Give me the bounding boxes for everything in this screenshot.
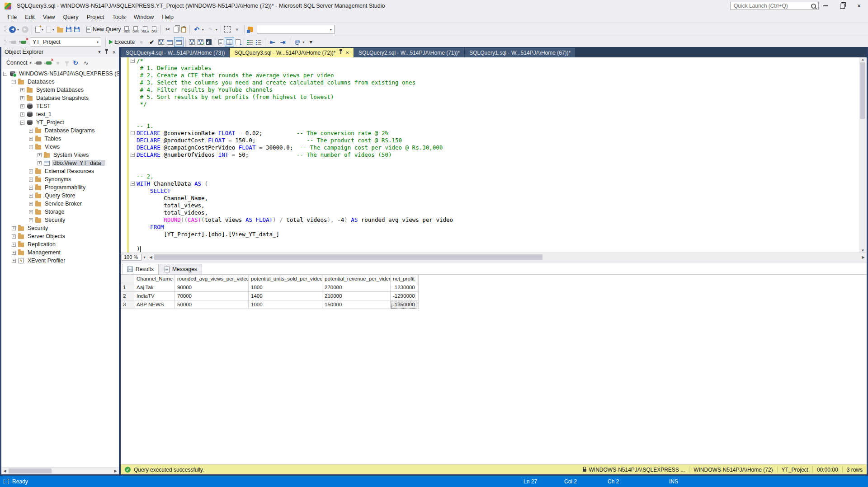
parse-button[interactable]: ✔	[146, 37, 157, 47]
scrollbar-thumb[interactable]	[860, 62, 865, 119]
scrollbar-track[interactable]	[154, 254, 860, 260]
toolbar-options-button[interactable]: ▾	[306, 37, 316, 47]
undo-button[interactable]: ↶▾	[192, 24, 205, 35]
menu-query[interactable]: Query	[59, 13, 83, 22]
code-line-4[interactable]: # 3. Select the columns you need and cre…	[121, 79, 859, 86]
tree-item-query-store[interactable]: +Query Store	[1, 192, 119, 200]
code-line-18[interactable]: −WITH ChannelData AS (	[121, 180, 859, 187]
scroll-up-icon[interactable]: ▲	[861, 57, 865, 61]
tree-item-programmability[interactable]: +Programmability	[1, 183, 119, 192]
grid-cell[interactable]: -1350000	[391, 300, 419, 309]
toolbar-grip[interactable]	[4, 26, 6, 33]
column-header-rounded-avg-views-per-video[interactable]: rounded_avg_views_per_video	[175, 275, 249, 283]
tree-expander-icon[interactable]: +	[12, 251, 16, 255]
tab-sqlquery4-sql[interactable]: SQLQuery4.sql - W...514PJA\Home (73))	[121, 48, 229, 57]
code-line-5[interactable]: # 4. Filter results by YouTube channels	[121, 86, 859, 94]
editor-vscrollbar[interactable]: ▲ ▼	[859, 57, 867, 253]
chevron-down-icon[interactable]: ▾	[52, 28, 54, 32]
code-line-9[interactable]	[121, 115, 859, 122]
tree-expander-icon[interactable]: +	[20, 88, 24, 92]
intellisense-button[interactable]	[174, 37, 184, 47]
tree-item-server-objects[interactable]: +Server Objects	[1, 232, 119, 240]
tree-expander-icon[interactable]: +	[29, 218, 33, 222]
tree-expander-icon[interactable]: +	[38, 153, 42, 157]
selection-button[interactable]	[223, 24, 232, 35]
add-item-button[interactable]: ▾	[45, 24, 56, 35]
tree-item-databases[interactable]: −Databases	[1, 78, 119, 86]
redo-button[interactable]: ↷▾	[205, 24, 219, 35]
tree-item-windows-n514pja-sqlexpress-sql[interactable]: −WINDOWS-N514PJA\SQLEXPRESS (SQL	[1, 70, 119, 78]
change-connection-button[interactable]	[18, 37, 28, 47]
comment-out-button[interactable]	[246, 37, 255, 47]
connect-query-button[interactable]	[8, 37, 18, 47]
tree-expander-icon[interactable]: +	[20, 112, 24, 117]
open-file-button[interactable]	[56, 24, 65, 35]
tab-results[interactable]: Results	[122, 264, 159, 274]
copy-button[interactable]	[173, 24, 180, 35]
grid-cell[interactable]: 1000	[249, 300, 322, 309]
database-combobox[interactable]: YT_Project▾	[30, 37, 101, 47]
close-icon[interactable]: ×	[346, 50, 349, 56]
new-query-button[interactable]: New Query	[85, 24, 123, 35]
grid-cell[interactable]: ABP NEWS	[134, 300, 175, 309]
tree-expander-icon[interactable]: −	[12, 80, 16, 84]
grid-cell[interactable]: 1800	[249, 283, 322, 292]
object-explorer-hscrollbar[interactable]: ◀ ▶	[1, 467, 119, 474]
collapse-box-icon[interactable]: −	[131, 131, 135, 135]
scroll-left-icon[interactable]: ◀	[147, 255, 154, 259]
execute-button[interactable]: Execute	[108, 37, 136, 47]
code-line-2[interactable]: # 1. Define variables	[121, 65, 859, 72]
new-dmx-query-button[interactable]: DMX	[131, 24, 140, 35]
new-dax-query-button[interactable]: DAX	[150, 24, 158, 35]
code-line-6[interactable]: # 5. Sort results by net profits (from h…	[121, 94, 859, 101]
uncomment-button[interactable]	[255, 37, 263, 47]
tree-item-views[interactable]: −Views	[1, 143, 119, 151]
code-line-14[interactable]: −DECLARE @numberOfVideos INT = 50; -- Th…	[121, 151, 859, 159]
scroll-right-icon[interactable]: ▶	[860, 255, 867, 259]
quick-launch-input[interactable]	[733, 2, 811, 9]
row-header[interactable]: 3	[121, 300, 134, 309]
tree-item-database-diagrams[interactable]: +Database Diagrams	[1, 126, 119, 135]
close-panel-icon[interactable]: ×	[112, 49, 116, 56]
tab-sqlquery1-sql[interactable]: SQLQuery1.sql - W...514PJA\Home (67))*	[465, 48, 575, 57]
menu-edit[interactable]: Edit	[21, 13, 39, 22]
scrollbar-thumb[interactable]	[9, 468, 52, 473]
tree-item-database-snapshots[interactable]: +Database Snapshots	[1, 94, 119, 102]
connect-icon-button[interactable]	[33, 57, 43, 68]
menu-project[interactable]: Project	[83, 13, 108, 22]
chevron-down-icon[interactable]: ▼	[97, 50, 101, 54]
code-line-11[interactable]: −DECLARE @conversionRate FLOAT = 0.02; -…	[121, 130, 859, 137]
tree-expander-icon[interactable]: −	[20, 121, 24, 125]
tree-expander-icon[interactable]: +	[12, 226, 16, 230]
forward-button[interactable]: ▶	[20, 24, 30, 35]
tree-item-service-broker[interactable]: +Service Broker	[1, 200, 119, 208]
chevron-down-icon[interactable]: ▾	[94, 40, 101, 44]
live-stats-button[interactable]	[205, 37, 213, 47]
menu-tools[interactable]: Tools	[108, 13, 130, 22]
tree-expander-icon[interactable]: −	[29, 145, 33, 149]
code-line-13[interactable]: DECLARE @campaignCostPerVideo FLOAT = 30…	[121, 144, 859, 151]
estimated-plan-button[interactable]	[157, 37, 165, 47]
zoom-caret-icon[interactable]: ▼	[142, 256, 147, 259]
code-line-7[interactable]: */	[121, 101, 859, 108]
code-line-25[interactable]: [YT_Project].[dbo].[View_YT_data_]	[121, 231, 859, 238]
code-line-15[interactable]	[121, 159, 859, 166]
new-mdx-query-button[interactable]: MDX	[123, 24, 132, 35]
tree-expander-icon[interactable]: +	[29, 178, 33, 182]
actual-plan-button[interactable]	[196, 37, 205, 47]
specify-values-button[interactable]: @▾	[292, 37, 306, 47]
back-button[interactable]: ◀▾	[8, 24, 20, 35]
tree-item-dbo-view-yt-data[interactable]: +dbo.View_YT_data_	[1, 159, 119, 167]
chevron-down-icon[interactable]: ▾	[30, 61, 32, 65]
tree-item-system-databases[interactable]: +System Databases	[1, 86, 119, 94]
collapse-box-icon[interactable]: −	[131, 153, 135, 157]
tree-expander-icon[interactable]: +	[20, 96, 24, 100]
grid-cell[interactable]: Aaj Tak	[134, 283, 175, 292]
column-header-potential-revenue-per-video[interactable]: potential_revenue_per_video	[322, 275, 391, 283]
menu-view[interactable]: View	[39, 13, 59, 22]
tree-item-tables[interactable]: +Tables	[1, 135, 119, 143]
grid-cell[interactable]: 210000	[322, 292, 391, 300]
scroll-left-icon[interactable]: ◀	[1, 469, 8, 473]
scroll-right-icon[interactable]: ▶	[112, 469, 119, 473]
code-line-26[interactable]	[121, 238, 859, 245]
